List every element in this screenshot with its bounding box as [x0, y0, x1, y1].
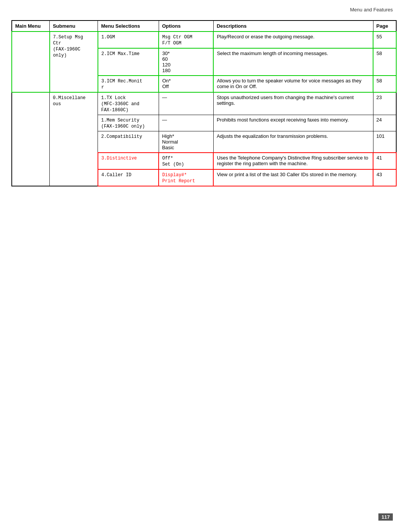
cell-menu-selection: 3.Distinctive	[98, 153, 159, 169]
cell-options: High*NormalBasic	[159, 131, 213, 153]
col-page: Page	[373, 21, 396, 32]
cell-description: Adjusts the equalization for transmissio…	[213, 131, 373, 153]
col-options: Options	[159, 21, 213, 32]
cell-page: 41	[373, 153, 396, 169]
cell-options: —	[159, 115, 213, 131]
menu-table: Main Menu Submenu Menu Selections Option…	[11, 20, 397, 186]
cell-description: Uses the Telephone Company's Distinctive…	[213, 153, 373, 169]
cell-page: 58	[373, 48, 396, 76]
header-title: Menu and Features	[350, 7, 393, 13]
col-menu-selections: Menu Selections	[98, 21, 159, 32]
cell-options: On*Off	[159, 76, 213, 92]
cell-description: Stops unauthorized users from changing t…	[213, 92, 373, 115]
cell-submenu: 0.Miscellaneous	[50, 92, 98, 186]
cell-description: Prohibits most functions except receivin…	[213, 115, 373, 131]
cell-options: —	[159, 92, 213, 115]
page-header: Menu and Features	[0, 0, 408, 16]
main-table-container: Main Menu Submenu Menu Selections Option…	[11, 20, 397, 186]
cell-options: Msg Ctr OGMF/T OGM	[159, 32, 213, 48]
cell-submenu: 7.Setup MsgCtr(FAX-1960Conly)	[50, 32, 98, 92]
cell-description: Allows you to turn the speaker volume fo…	[213, 76, 373, 92]
cell-page: 23	[373, 92, 396, 115]
cell-page: 24	[373, 115, 396, 131]
cell-description: View or print a list of the last 30 Call…	[213, 169, 373, 186]
cell-menu-selection: 3.ICM Rec.Monitr	[98, 76, 159, 92]
table-row: 7.Setup MsgCtr(FAX-1960Conly) 1.OGM Msg …	[12, 32, 396, 48]
cell-menu-selection: 1.TX Lock(MFC-3360C andFAX-1860C)	[98, 92, 159, 115]
cell-main-menu	[12, 32, 50, 92]
table-header-row: Main Menu Submenu Menu Selections Option…	[12, 21, 396, 32]
cell-description: Play/Record or erase the outgoing messag…	[213, 32, 373, 48]
cell-menu-selection: 2.ICM Max.Time	[98, 48, 159, 76]
col-main-menu: Main Menu	[12, 21, 50, 32]
cell-options: 30*60120180	[159, 48, 213, 76]
cell-menu-selection: 2.Compatibility	[98, 131, 159, 153]
cell-menu-selection: 4.Caller ID	[98, 169, 159, 186]
cell-menu-selection: 1.OGM	[98, 32, 159, 48]
cell-menu-selection: 1.Mem Security(FAX-1960C only)	[98, 115, 159, 131]
cell-description: Select the maximum length of incoming me…	[213, 48, 373, 76]
cell-options: Display#*Print Report	[159, 169, 213, 186]
cell-page: 55	[373, 32, 396, 48]
col-submenu: Submenu	[50, 21, 98, 32]
cell-main-menu	[12, 92, 50, 186]
col-descriptions: Descriptions	[213, 21, 373, 32]
cell-options: Off*Set (On)	[159, 153, 213, 169]
cell-page: 101	[373, 131, 396, 153]
page-number: 117	[378, 513, 393, 521]
table-row: 0.Miscellaneous 1.TX Lock(MFC-3360C andF…	[12, 92, 396, 115]
cell-page: 58	[373, 76, 396, 92]
cell-page: 43	[373, 169, 396, 186]
page-number-container: 117	[378, 513, 393, 521]
